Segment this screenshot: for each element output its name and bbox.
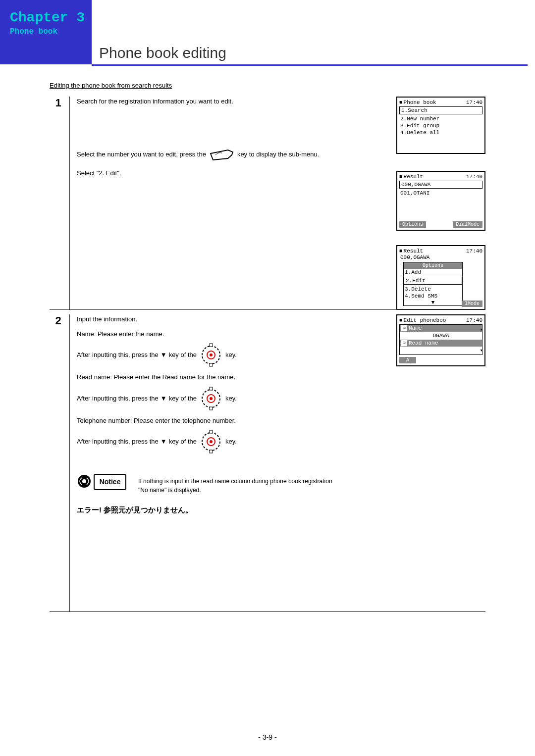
field-label: Name	[409, 325, 422, 331]
down-arrow-icon: ▼	[404, 300, 462, 305]
notice-icon	[77, 474, 92, 489]
notice-text: If nothing is input in the read name col…	[138, 474, 332, 495]
step-divider	[69, 314, 70, 611]
options-header: Options	[404, 262, 462, 269]
scroll-up-icon: ▴	[480, 326, 483, 332]
mode-button-a: A	[399, 357, 416, 363]
screen-title: Phone book	[399, 100, 436, 105]
menu-item: 1.Add	[404, 269, 462, 276]
screen-title: Result	[399, 174, 423, 180]
error-text: エラー! 参照元が見つかりません。	[77, 504, 384, 516]
step-2-number: 2	[50, 314, 67, 327]
field-value: OGAWA	[400, 332, 482, 340]
intro-text: Editing the phone book from search resul…	[50, 82, 172, 89]
svg-rect-14	[210, 450, 213, 453]
step-2-text-7a: After inputting this, press the	[77, 437, 159, 447]
step-1-text-1: Search for the registration information …	[77, 97, 384, 106]
step-2-text-6: Telephone number: Please enter the telep…	[77, 416, 384, 426]
down-arrow-icon: ▼	[160, 437, 167, 447]
speaker-key-icon	[208, 146, 235, 163]
notice-label: Notice	[94, 474, 127, 490]
step-1-text-2a: Select the number you want to edit, pres…	[77, 150, 206, 159]
svg-rect-9	[210, 407, 213, 410]
nav-key-icon	[199, 429, 223, 454]
step-1-number: 1	[50, 97, 67, 109]
step-2-text-5c: key.	[225, 394, 237, 403]
svg-rect-3	[210, 344, 213, 347]
step-2-text-4: Read name: Please enter the Read name fo…	[77, 372, 384, 382]
dialmode-button: DialMode	[453, 221, 482, 228]
svg-rect-13	[210, 430, 213, 433]
step-1-text-2b: key to display the sub-menu.	[237, 150, 319, 159]
screen-item: 2.New number	[399, 115, 482, 122]
svg-point-16	[82, 479, 86, 483]
screen-item: 000,OGAWA	[399, 254, 482, 261]
person-icon: ☺	[401, 340, 407, 346]
screen-time: 17:40	[466, 174, 482, 180]
screen-result-options: Result 17:40 000,OGAWA Options 1.Add 2.E…	[396, 245, 485, 310]
screen-item: 3.Edit group	[399, 122, 482, 129]
field-label: Read name	[409, 340, 438, 346]
person-icon: ☺	[401, 325, 407, 331]
scroll-down-icon: ▾	[480, 347, 483, 353]
svg-point-7	[210, 397, 213, 400]
screen-time: 17:40	[466, 317, 482, 323]
screen-time: 17:40	[466, 248, 482, 254]
mode-button: lMode	[462, 301, 482, 307]
screen-time: 17:40	[466, 100, 482, 105]
chapter-number: Chapter 3	[10, 10, 87, 25]
down-arrow-icon: ▼	[160, 350, 167, 360]
step-2-text-3b: key of the	[169, 350, 197, 360]
step-1-text-3: Select "2. Edit".	[77, 168, 384, 178]
svg-point-2	[210, 353, 213, 356]
nav-key-icon	[199, 386, 223, 411]
menu-item-selected: 2.Edit	[404, 277, 462, 285]
screen-item: 001,OTANI	[399, 190, 482, 197]
notice-text-line2: "No name" is displayed.	[138, 487, 201, 494]
screen-title: Result	[399, 248, 423, 254]
nav-key-icon	[199, 343, 223, 367]
step-2-text-7b: key of the	[169, 437, 197, 447]
step-2-text-7c: key.	[225, 437, 237, 447]
chapter-subtitle: Phone book	[10, 27, 87, 36]
step-divider	[69, 97, 70, 309]
screen-edit-phonebook: Edit phoneboo 17:40 ☺ Name OGAWA ☺ Read …	[396, 314, 485, 366]
svg-point-12	[210, 440, 213, 443]
screen-item: 1.Search	[399, 106, 482, 114]
title-underline	[92, 64, 528, 66]
step-2-text-5b: key of the	[169, 394, 197, 403]
page-title: Phone book editing	[99, 45, 226, 61]
screen-item: 000,OGAWA	[399, 181, 482, 189]
chapter-sidebar: Chapter 3 Phone book	[0, 0, 92, 64]
step-2-text-1: Input the information.	[77, 314, 384, 324]
step-2-text-5a: After inputting this, press the	[77, 394, 159, 403]
menu-item: 4.Semd SMS	[404, 293, 462, 300]
step-2-text-3c: key.	[225, 350, 237, 360]
screen-result: Result 17:40 000,OGAWA 001,OTANI Options…	[396, 171, 485, 231]
svg-rect-8	[210, 387, 213, 390]
bottom-separator	[50, 611, 485, 612]
menu-item: 3.Delete	[404, 286, 462, 293]
options-button: Options	[399, 221, 426, 228]
screen-title: Edit phoneboo	[399, 317, 446, 323]
step-separator	[50, 309, 485, 310]
page-number: - 3-9 -	[0, 733, 535, 741]
step-2-text-2: Name: Please enter the name.	[77, 329, 384, 339]
svg-rect-4	[210, 363, 213, 366]
screen-phonebook: Phone book 17:40 1.Search 2.New number 3…	[396, 97, 485, 154]
notice-text-line1: If nothing is input in the read name col…	[138, 478, 332, 485]
down-arrow-icon: ▼	[160, 394, 167, 403]
screen-item: 4.Delete all	[399, 129, 482, 136]
step-2-text-3a: After inputting this, press the	[77, 350, 159, 360]
